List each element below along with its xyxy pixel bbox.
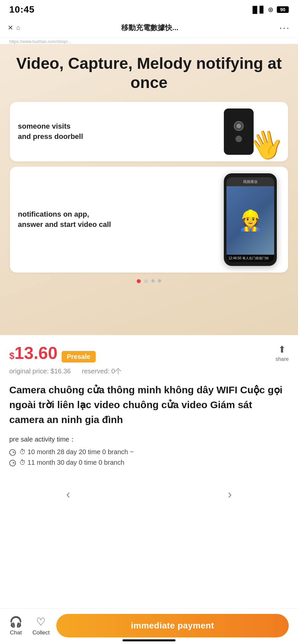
price-currency: $: [9, 351, 15, 361]
dot-3: [151, 279, 155, 282]
price-main: 13.60: [15, 343, 58, 363]
card-2-text: notifications on app, answer and start v…: [18, 209, 214, 230]
nav-title: 移動充電數據快...: [20, 23, 279, 33]
chat-icon: 🎧: [9, 616, 23, 628]
collect-button[interactable]: ♡ Collect: [32, 616, 50, 636]
chat-button[interactable]: 🎧 Chat: [9, 616, 23, 636]
battery-icon: 90: [277, 6, 289, 13]
bottom-action-bar: 🎧 Chat ♡ Collect immediate payment: [0, 608, 298, 644]
phone-screen-footer: 12:46:50 有人在门前按门铃: [226, 255, 274, 262]
chat-label: Chat: [10, 629, 22, 636]
presale-time-end: ⏱ 11 month 30 day 0 time 0 branch: [9, 457, 289, 468]
share-icon: ⬆: [278, 344, 286, 355]
status-icons: ▐▌▊ ⊛ 90: [250, 6, 289, 14]
bottom-action-icons: 🎧 Chat ♡ Collect: [9, 616, 50, 636]
phone-screen-header: 视频播放: [226, 177, 274, 186]
presale-activity-label: pre sale activity time：: [9, 435, 289, 444]
reserved-value: 0个: [111, 367, 122, 375]
original-price-label: original price:: [9, 367, 49, 375]
card-1-visual: 🖐: [227, 108, 280, 155]
card-1-text: someone visits and press doorbell: [18, 121, 221, 142]
feature-cards: someone visits and press doorbell 🖐 noti…: [10, 102, 288, 273]
original-price-row: original price: $16.36 reserved: 0个: [9, 367, 289, 376]
buy-button[interactable]: immediate payment: [56, 614, 289, 637]
home-indicator: [123, 639, 175, 641]
bottom-spacer: [0, 508, 298, 574]
doorbell-device-illustration: [224, 108, 254, 155]
nav-left: × ⌂: [8, 22, 20, 33]
dot-1: [137, 279, 141, 283]
hero-title: Video, Capture, Melody notifying at once: [10, 54, 288, 92]
back-arrow[interactable]: ‹: [66, 488, 70, 501]
signal-icon: ▐▌▊: [250, 6, 265, 14]
bottom-bar-inner: 🎧 Chat ♡ Collect immediate payment: [9, 614, 289, 637]
status-bar: 10:45 ▐▌▊ ⊛ 90: [0, 0, 298, 18]
wifi-icon: ⊛: [268, 6, 273, 14]
home-icon: ⌂: [16, 24, 20, 31]
dot-2: [144, 279, 148, 283]
image-dots-indicator: [10, 273, 288, 293]
product-title: Camera chuông cửa thông minh không dây W…: [9, 382, 289, 427]
page-nav-arrows: ‹ ›: [0, 481, 298, 508]
reserved-label: reserved:: [82, 367, 109, 375]
collect-icon: ♡: [36, 616, 46, 628]
presale-time-start: ⏱ 10 month 28 day 20 time 0 branch ~: [9, 447, 289, 457]
forward-arrow[interactable]: ›: [228, 488, 232, 501]
card-2-visual: 视频播放 👷 12:46:50 有人在门前按门铃: [221, 173, 280, 266]
price-left: $ 13.60 Presale: [9, 343, 96, 363]
phone-screen-video: 👷: [226, 186, 274, 255]
phone-frame: 视频播放 👷 12:46:50 有人在门前按门铃: [224, 173, 277, 266]
status-time: 10:45: [9, 4, 35, 15]
nav-back-home[interactable]: ⌂: [16, 24, 20, 31]
share-button[interactable]: ⬆ share: [275, 344, 289, 362]
close-icon[interactable]: ×: [8, 22, 13, 33]
share-label: share: [275, 356, 289, 362]
feature-card-2: notifications on app, answer and start v…: [10, 167, 288, 273]
original-price-value: $16.36: [51, 367, 71, 375]
more-menu-icon[interactable]: ···: [279, 22, 290, 33]
product-image-area: Video, Capture, Melody notifying at once…: [0, 44, 298, 335]
presale-badge: Presale: [62, 351, 96, 363]
collect-label: Collect: [32, 629, 50, 636]
product-info: $ 13.60 Presale ⬆ share original price: …: [0, 335, 298, 481]
camera-lens: [234, 121, 244, 131]
presale-info: pre sale activity time： ⏱ 10 month 28 da…: [9, 435, 289, 468]
feature-card-1: someone visits and press doorbell 🖐: [10, 102, 288, 161]
dot-4: [158, 279, 161, 282]
url-bar: https://www.huzhan.com/shop/...: [0, 38, 298, 44]
nav-bar: × ⌂ 移動充電數據快... ···: [0, 18, 298, 38]
phone-screen: 视频播放 👷 12:46:50 有人在门前按门铃: [226, 177, 274, 262]
price-row: $ 13.60 Presale ⬆ share: [9, 343, 289, 363]
